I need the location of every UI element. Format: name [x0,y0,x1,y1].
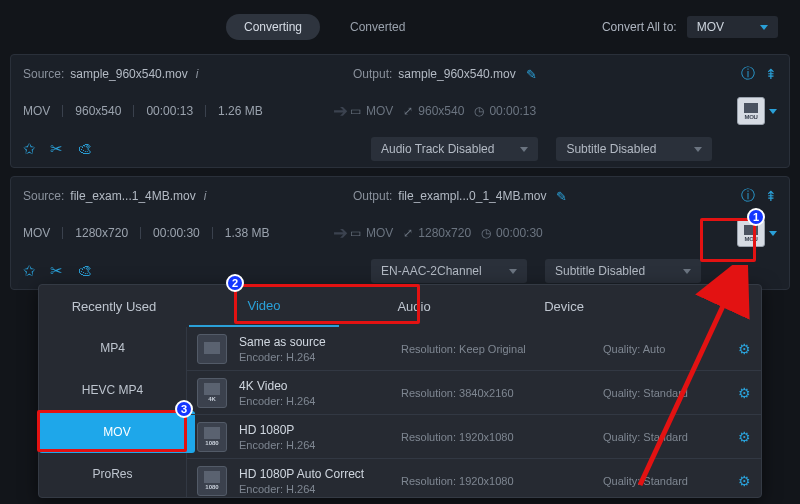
format-category-list: MP4 HEVC MP4 MOV ProRes [39,327,187,497]
top-bar: Converting Converted Convert All to: MOV [10,10,790,44]
in-duration: 00:00:30 [153,226,200,240]
output-format-selector[interactable]: MOU [737,219,777,247]
preset-icon [197,334,227,364]
effects-icon[interactable]: ✩ [23,262,36,280]
convert-all-value: MOV [697,20,724,34]
preset-row[interactable]: 4K4K VideoEncoder: H.264Resolution: 3840… [187,371,761,415]
source-label: Source: [23,189,64,203]
subtitle-value: Subtitle Disabled [566,142,656,156]
gear-icon[interactable]: ⚙ [738,429,751,445]
convert-all-label: Convert All to: [602,20,677,34]
info-icon[interactable]: ⓘ [741,65,755,83]
output-label: Output: [353,189,392,203]
info-icon[interactable]: i [204,189,207,203]
audio-track-value: EN-AAC-2Channel [381,264,482,278]
output-filename: file_exampl...0_1_4MB.mov [398,189,546,203]
palette-icon[interactable]: 🎨︎ [77,140,92,158]
edit-icon[interactable]: ✎ [526,67,537,82]
chevron-down-icon [509,269,517,274]
subtitle-select[interactable]: Subtitle Disabled [556,137,712,161]
convert-all-dropdown[interactable]: MOV [687,16,778,38]
panel-tab-recent[interactable]: Recently Used [39,285,189,327]
preset-resolution: Resolution: 1920x1080 [401,475,591,487]
in-resolution: 1280x720 [75,226,128,240]
edit-icon[interactable]: ✎ [556,189,567,204]
preset-title: HD 1080P Auto Correct [239,467,389,481]
chevron-down-icon [683,269,691,274]
compress-icon[interactable]: ⇞ [765,188,777,204]
arrow-right-icon: ➔ [333,222,348,244]
preset-quality: Quality: Standard [603,475,713,487]
in-container: MOV [23,104,50,118]
gear-icon[interactable]: ⚙ [738,385,751,401]
preset-resolution: Resolution: Keep Original [401,343,591,355]
preset-title: Same as source [239,335,389,349]
format-thumb-icon: MOU [737,219,765,247]
film-icon: ▭ MOV [350,226,393,240]
chevron-down-icon [760,25,768,30]
compress-icon[interactable]: ⇞ [765,66,777,82]
chevron-down-icon [694,147,702,152]
effects-icon[interactable]: ✩ [23,140,36,158]
source-label: Source: [23,67,64,81]
resize-icon: ⤢ 1280x720 [403,226,471,240]
category-item-prores[interactable]: ProRes [39,453,186,495]
output-filename: sample_960x540.mov [398,67,515,81]
panel-tab-audio[interactable]: Audio [339,285,489,327]
source-filename: file_exam...1_4MB.mov [70,189,195,203]
audio-track-select[interactable]: EN-AAC-2Channel [371,259,527,283]
preset-title: 4K Video [239,379,389,393]
source-filename: sample_960x540.mov [70,67,187,81]
output-label: Output: [353,67,392,81]
preset-encoder: Encoder: H.264 [239,351,389,363]
job-card: ✕ ⌄ Source: file_exam...1_4MB.mov i Outp… [10,176,790,290]
preset-encoder: Encoder: H.264 [239,439,389,451]
format-preset-panel: Recently Used Video Audio Device MP4 HEV… [38,284,762,498]
trim-icon[interactable]: ✂ [50,140,63,158]
trim-icon[interactable]: ✂ [50,262,63,280]
chevron-down-icon [520,147,528,152]
preset-title: HD 1080P [239,423,389,437]
preset-encoder: Encoder: H.264 [239,483,389,495]
in-resolution: 960x540 [75,104,121,118]
output-format-selector[interactable]: MOU [737,97,777,125]
info-icon[interactable]: i [196,67,199,81]
in-duration: 00:00:13 [146,104,193,118]
audio-track-value: Audio Track Disabled [381,142,494,156]
category-item-mp4[interactable]: MP4 [39,327,186,369]
clock-icon: ◷ 00:00:13 [474,104,536,118]
panel-tab-device[interactable]: Device [489,285,639,327]
category-item-mov[interactable]: MOV [39,411,195,453]
gear-icon[interactable]: ⚙ [738,341,751,357]
subtitle-select[interactable]: Subtitle Disabled [545,259,701,283]
preset-encoder: Encoder: H.264 [239,395,389,407]
category-item-hevc-mp4[interactable]: HEVC MP4 [39,369,186,411]
preset-list: Same as sourceEncoder: H.264Resolution: … [187,327,761,497]
preset-icon: 1080 [197,466,227,496]
tab-converted[interactable]: Converted [350,20,405,34]
chevron-down-icon [769,109,777,114]
format-thumb-icon: MOU [737,97,765,125]
tab-converting[interactable]: Converting [226,14,320,40]
gear-icon[interactable]: ⚙ [738,473,751,489]
preset-quality: Quality: Standard [603,431,713,443]
palette-icon[interactable]: 🎨︎ [77,262,92,280]
subtitle-value: Subtitle Disabled [555,264,645,278]
info-icon[interactable]: ⓘ [741,187,755,205]
chevron-down-icon [769,231,777,236]
in-size: 1.26 MB [218,104,263,118]
preset-quality: Quality: Auto [603,343,713,355]
in-size: 1.38 MB [225,226,270,240]
preset-resolution: Resolution: 3840x2160 [401,387,591,399]
preset-resolution: Resolution: 1920x1080 [401,431,591,443]
preset-row[interactable]: 1080HD 1080P Auto CorrectEncoder: H.264R… [187,459,761,497]
panel-tab-video[interactable]: Video [189,285,339,327]
resize-icon: ⤢ 960x540 [403,104,464,118]
preset-row[interactable]: Same as sourceEncoder: H.264Resolution: … [187,327,761,371]
audio-track-select[interactable]: Audio Track Disabled [371,137,538,161]
clock-icon: ◷ 00:00:30 [481,226,543,240]
preset-icon: 4K [197,378,227,408]
preset-row[interactable]: 1080HD 1080PEncoder: H.264Resolution: 19… [187,415,761,459]
in-container: MOV [23,226,50,240]
film-icon: ▭ MOV [350,104,393,118]
